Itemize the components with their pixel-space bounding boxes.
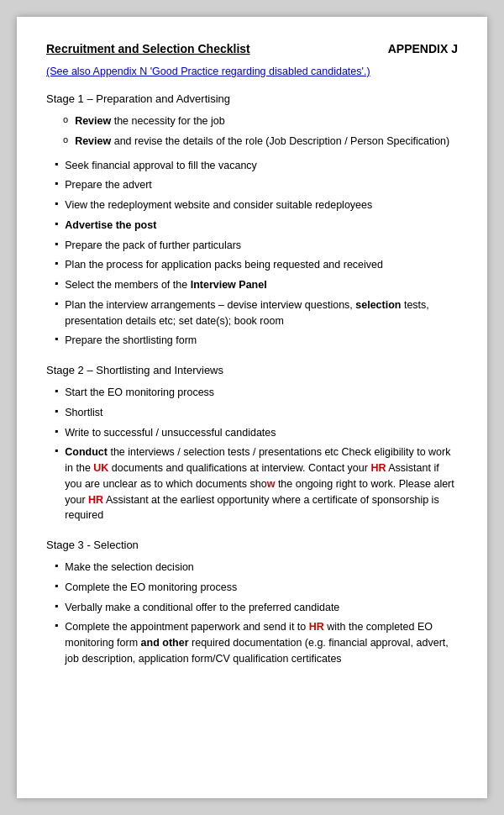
stage-1-circle-list: Review the necessity for the job Review … [63, 113, 458, 150]
list-item: Seek financial approval to fill the vaca… [55, 158, 458, 174]
stage-2: Stage 2 – Shortlisting and Interviews St… [46, 364, 458, 523]
list-item: Review and revise the details of the rol… [63, 134, 458, 150]
list-item: Write to successful / unsuccessful candi… [55, 425, 458, 441]
list-item: Select the members of the Interview Pane… [55, 277, 458, 293]
list-item: Start the EO monitoring process [55, 385, 458, 401]
list-item: Complete the EO monitoring process [55, 580, 458, 596]
list-item: View the redeployment website and consid… [55, 197, 458, 213]
list-item: Make the selection decision [55, 560, 458, 576]
page-title: Recruitment and Selection Checklist [46, 42, 250, 55]
list-item: Prepare the shortlisting form [55, 333, 458, 349]
stage-3-bullet-list: Make the selection decision Complete the… [55, 560, 458, 667]
list-item: Advertise the post [55, 218, 458, 234]
list-item: Verbally make a conditional offer to the… [55, 600, 458, 616]
list-item: Complete the appointment paperwork and s… [55, 619, 458, 666]
list-item: Prepare the pack of further particulars [55, 238, 458, 254]
stage-2-heading: Stage 2 – Shortlisting and Interviews [46, 364, 458, 376]
list-item: Conduct the interviews / selection tests… [55, 444, 458, 523]
stage-1: Stage 1 – Preparation and Advertising Re… [46, 92, 458, 349]
stage-1-bullet-list: Seek financial approval to fill the vaca… [55, 158, 458, 350]
list-item: Review the necessity for the job [63, 113, 458, 129]
list-item: Plan the process for application packs b… [55, 257, 458, 273]
stage-2-bullet-list: Start the EO monitoring process Shortlis… [55, 385, 458, 523]
appendix-link[interactable]: (See also Appendix N 'Good Practice rega… [46, 66, 458, 77]
stage-3: Stage 3 - Selection Make the selection d… [46, 539, 458, 667]
page: Recruitment and Selection Checklist APPE… [17, 17, 487, 798]
list-item: Prepare the advert [55, 177, 458, 193]
stage-3-heading: Stage 3 - Selection [46, 539, 458, 551]
list-item: Shortlist [55, 405, 458, 421]
list-item: Plan the interview arrangements – devise… [55, 297, 458, 329]
stage-1-heading: Stage 1 – Preparation and Advertising [46, 92, 458, 105]
header: Recruitment and Selection Checklist APPE… [46, 42, 458, 55]
appendix-label: APPENDIX J [388, 42, 458, 55]
